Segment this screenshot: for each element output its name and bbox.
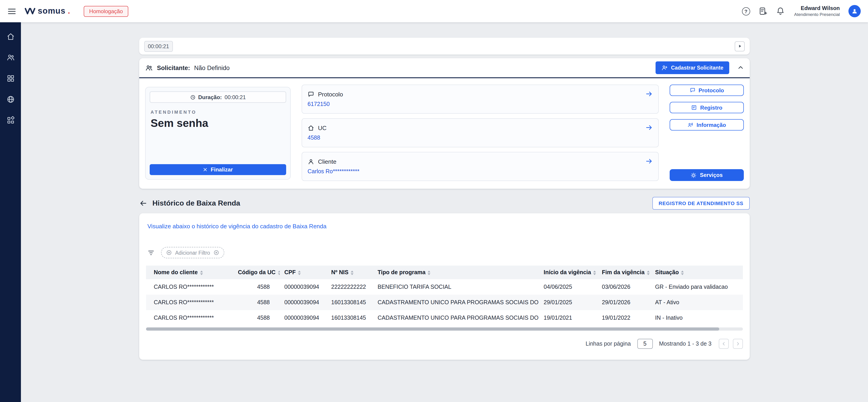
column-header-codigo-uc[interactable]: Código da UC [234, 266, 280, 279]
table-cell: GR - Enviado para validacao [651, 279, 743, 295]
filter-button[interactable] [147, 249, 155, 256]
arrow-right-icon [645, 157, 653, 165]
column-header-nome[interactable]: Nome do cliente [146, 266, 234, 279]
user-info: Edward Wilson Atendimento Presencial [794, 5, 840, 17]
column-header-nis[interactable]: Nº NIS [327, 266, 373, 279]
registro-atendimento-ss-button[interactable]: REGISTRO DE ATENDIMENTO SS [652, 197, 750, 209]
attendance-card: Duração: 00:00:21 ATENDIMENTO Sem senha … [145, 87, 291, 180]
clock-icon [190, 94, 195, 100]
next-page-button[interactable] [733, 339, 743, 349]
filter-row: Adicionar Filtro [147, 247, 743, 258]
user-name: Edward Wilson [794, 5, 840, 12]
actions-column: Protocolo Registro Informação [670, 85, 744, 181]
globe-icon [6, 95, 15, 104]
chat-icon [689, 87, 695, 93]
table-cell: 29/01/2026 [597, 295, 651, 310]
help-icon: ? [742, 7, 750, 15]
registro-button[interactable]: Registro [670, 102, 744, 113]
prev-page-button[interactable] [719, 339, 729, 349]
form-add-icon [758, 7, 767, 16]
clear-filter-icon[interactable] [213, 250, 219, 255]
sidebar-item-clients[interactable] [6, 53, 15, 62]
table-cell: 4588 [234, 310, 280, 326]
table-row[interactable]: CARLOS RO************ 4588 00000039094 1… [146, 295, 743, 310]
history-table: Nome do cliente Código da UC CPF Nº NIS … [146, 266, 743, 326]
notifications-button[interactable] [776, 7, 784, 16]
play-button[interactable] [735, 41, 745, 51]
table-cell: 4588 [234, 295, 280, 310]
table-cell: BENEFICIO TARIFA SOCIAL [373, 279, 539, 295]
sort-icon [298, 270, 301, 275]
table-cell: 04/06/2025 [539, 279, 597, 295]
timer-card: 00:00:21 [139, 38, 750, 55]
servicos-button[interactable]: Serviços [670, 169, 744, 181]
widgets-icon [6, 116, 15, 125]
somus-logo: somus. [25, 6, 70, 16]
table-cell: 16013308145 [327, 310, 373, 326]
avatar[interactable] [848, 5, 861, 17]
arrow-right-icon [645, 90, 653, 98]
column-header-programa[interactable]: Tipo de programa [373, 266, 539, 279]
protocolo-button[interactable]: Protocolo [670, 85, 744, 96]
collapse-button[interactable] [738, 65, 744, 71]
history-table-card: Visualize abaixo o histórico de vigência… [139, 213, 750, 360]
info-card-uc[interactable]: UC 4588 [302, 118, 659, 147]
history-table-viewport: Nome do cliente Código da UC CPF Nº NIS … [146, 266, 743, 326]
somus-logo-mark-icon [25, 8, 35, 14]
bell-icon [776, 7, 784, 16]
home-icon [6, 32, 15, 41]
column-header-situacao[interactable]: Situação [651, 266, 743, 279]
history-header: Histórico de Baixa Renda REGISTRO DE ATE… [139, 197, 750, 209]
user-role: Atendimento Presencial [794, 12, 840, 17]
sort-icon [593, 270, 596, 275]
table-cell: CARLOS RO************ [146, 295, 234, 310]
info-label: Cliente [318, 158, 336, 165]
home-icon [308, 125, 314, 131]
info-value: 4588 [308, 134, 653, 141]
people-icon [6, 53, 15, 62]
info-label: UC [318, 125, 327, 131]
avatar-person-icon [851, 8, 858, 14]
back-button[interactable] [139, 199, 147, 207]
sort-icon [428, 270, 431, 275]
app: somus. Homologação ? Edward Wilson Atend… [0, 0, 868, 402]
hamburger-icon [7, 7, 17, 16]
table-header-row: Nome do cliente Código da UC CPF Nº NIS … [146, 266, 743, 279]
table-cell: 29/01/2025 [539, 295, 597, 310]
sidebar-item-web[interactable] [6, 95, 15, 104]
finalizar-button[interactable]: Finalizar [150, 164, 286, 175]
info-card-cliente[interactable]: Cliente Carlos Ro************ [302, 152, 659, 181]
column-header-cpf[interactable]: CPF [280, 266, 327, 279]
info-card-protocolo[interactable]: Protocolo 6172150 [302, 85, 659, 114]
cadastrar-solicitante-button[interactable]: Cadastrar Solicitante [656, 61, 729, 74]
info-value: Carlos Ro************ [308, 168, 653, 175]
table-row[interactable]: CARLOS RO************ 4588 00000039094 2… [146, 279, 743, 295]
chevron-up-icon [738, 65, 744, 71]
sidebar-item-apps[interactable] [6, 74, 15, 83]
table-cell: 03/06/2026 [597, 279, 651, 295]
solicitante-value: Não Definido [194, 64, 230, 71]
column-header-fim[interactable]: Fim da vigência [597, 266, 651, 279]
column-header-inicio[interactable]: Início da vigência [539, 266, 597, 279]
chat-icon [308, 91, 314, 98]
horizontal-scrollbar[interactable] [146, 328, 743, 331]
topbar: somus. Homologação ? Edward Wilson Atend… [0, 0, 868, 22]
help-button[interactable]: ? [742, 7, 750, 15]
menu-button[interactable] [7, 7, 17, 16]
form-add-button[interactable] [758, 7, 767, 16]
sort-icon [681, 270, 684, 275]
informacao-button[interactable]: Informação [670, 119, 744, 130]
duration-value: 00:00:21 [224, 94, 246, 100]
add-filter-chip[interactable]: Adicionar Filtro [161, 247, 224, 258]
play-icon [738, 44, 742, 48]
scrollbar-thumb[interactable] [146, 328, 719, 331]
table-cell: 00000039094 [280, 310, 327, 326]
sidebar-item-modules[interactable] [6, 116, 15, 125]
logo-text: somus [38, 6, 65, 16]
rows-per-page-input[interactable] [637, 339, 653, 349]
table-cell: 00000039094 [280, 279, 327, 295]
table-row[interactable]: CARLOS RO************ 4588 00000039094 1… [146, 310, 743, 326]
environment-badge: Homologação [84, 6, 128, 17]
table-cell: CARLOS RO************ [146, 310, 234, 326]
sidebar-item-home[interactable] [6, 32, 15, 41]
